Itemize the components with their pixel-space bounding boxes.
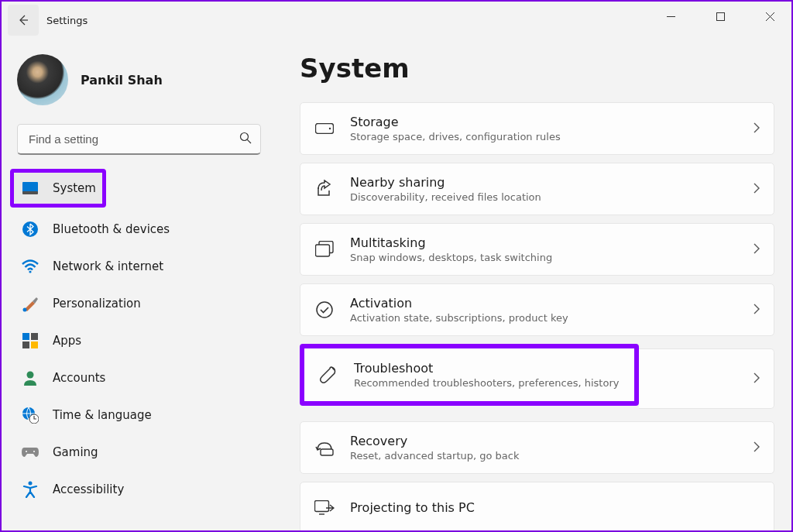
svg-point-7 — [29, 270, 31, 273]
card-activation[interactable]: Activation Activation state, subscriptio… — [300, 283, 774, 336]
sidebar-item-apps[interactable]: Apps — [14, 325, 264, 356]
minimize-button[interactable] — [654, 5, 688, 28]
sidebar-item-network[interactable]: Network & internet — [14, 251, 264, 282]
card-title: Storage — [350, 115, 738, 129]
svg-rect-25 — [315, 501, 329, 512]
person-icon — [22, 369, 39, 386]
minimize-icon — [667, 12, 675, 21]
sidebar-item-accounts[interactable]: Accounts — [14, 362, 264, 393]
sidebar-item-bluetooth[interactable]: Bluetooth & devices — [14, 214, 264, 245]
search-field-wrap — [17, 124, 261, 155]
card-text: Multitasking Snap windows, desktops, tas… — [350, 235, 738, 263]
card-nearby-sharing[interactable]: Nearby sharing Discoverability, received… — [300, 163, 774, 215]
close-button[interactable] — [753, 5, 787, 28]
svg-rect-5 — [22, 191, 38, 194]
card-projecting[interactable]: Projecting to this PC — [300, 482, 774, 530]
sidebar-item-label: Accessibility — [53, 482, 124, 496]
globe-clock-icon — [22, 407, 39, 424]
chevron-right-icon — [754, 372, 760, 386]
avatar — [17, 54, 68, 105]
main-panel: System Storage Storage space, drives, co… — [276, 39, 791, 530]
svg-point-17 — [33, 451, 35, 452]
card-troubleshoot[interactable]: Troubleshoot Recommended troubleshooters… — [304, 348, 634, 401]
sidebar-item-label: Time & language — [53, 408, 152, 422]
card-text: Nearby sharing Discoverability, received… — [350, 175, 738, 203]
card-title: Nearby sharing — [350, 175, 738, 190]
card-title: Projecting to this PC — [350, 500, 760, 515]
card-title: Multitasking — [350, 235, 738, 250]
card-recovery[interactable]: Recovery Reset, advanced startup, go bac… — [300, 421, 774, 474]
card-troubleshoot-tail[interactable] — [639, 348, 774, 409]
card-text: Storage Storage space, drives, configura… — [350, 115, 738, 142]
project-icon — [314, 498, 335, 518]
wifi-icon — [22, 258, 39, 275]
system-icon — [22, 180, 39, 197]
svg-point-8 — [23, 308, 27, 312]
app-title: Settings — [46, 15, 88, 26]
accessibility-icon — [22, 481, 39, 498]
sidebar-nav: System Bluetooth & devices Network & int… — [14, 169, 264, 505]
highlight-troubleshoot: Troubleshoot Recommended troubleshooters… — [300, 344, 639, 406]
svg-point-23 — [317, 302, 332, 317]
storage-icon — [314, 118, 335, 139]
card-desc: Recommended troubleshooters, preferences… — [354, 377, 620, 389]
sidebar-item-label: Accounts — [53, 371, 105, 385]
card-storage[interactable]: Storage Storage space, drives, configura… — [300, 102, 774, 155]
card-desc: Reset, advanced startup, go back — [350, 450, 738, 462]
svg-rect-10 — [31, 333, 38, 340]
sidebar-item-label: Gaming — [53, 445, 98, 459]
chevron-right-icon — [754, 441, 760, 455]
chevron-right-icon — [754, 303, 760, 317]
svg-point-2 — [241, 133, 249, 141]
paintbrush-icon — [22, 295, 39, 312]
chevron-right-icon — [754, 242, 760, 257]
sidebar-item-system[interactable]: System — [14, 173, 102, 204]
svg-rect-11 — [22, 342, 29, 348]
chevron-right-icon — [754, 122, 760, 136]
search-icon — [239, 132, 252, 147]
arrow-left-icon — [17, 14, 29, 26]
card-text: Troubleshoot Recommended troubleshooters… — [354, 361, 620, 389]
check-circle-icon — [314, 300, 335, 320]
close-icon — [766, 12, 774, 21]
sidebar: Pankil Shah System Bluetoot — [2, 39, 276, 530]
chevron-right-icon — [754, 182, 760, 197]
troubleshoot-row: Troubleshoot Recommended troubleshooters… — [300, 344, 774, 414]
sidebar-item-time-language[interactable]: Time & language — [14, 400, 264, 431]
bluetooth-icon — [22, 221, 39, 238]
svg-rect-1 — [716, 12, 724, 20]
svg-point-16 — [26, 451, 27, 452]
card-title: Recovery — [350, 434, 738, 448]
card-title: Activation — [350, 296, 738, 311]
sidebar-item-gaming[interactable]: Gaming — [14, 437, 264, 468]
card-desc: Storage space, drives, configuration rul… — [350, 131, 738, 142]
card-desc: Snap windows, desktops, task switching — [350, 252, 738, 263]
svg-line-3 — [247, 139, 251, 143]
svg-rect-24 — [321, 449, 333, 455]
svg-point-13 — [27, 372, 34, 379]
maximize-button[interactable] — [703, 5, 737, 28]
search-input[interactable] — [17, 124, 261, 155]
card-text: Activation Activation state, subscriptio… — [350, 296, 738, 324]
sidebar-item-label: Bluetooth & devices — [53, 222, 170, 236]
back-button[interactable] — [8, 5, 39, 36]
gamepad-icon — [22, 444, 39, 461]
svg-rect-4 — [22, 182, 38, 193]
sidebar-item-label: Personalization — [53, 297, 141, 311]
maximize-icon — [716, 12, 725, 21]
profile-section[interactable]: Pankil Shah — [14, 48, 264, 121]
card-multitasking[interactable]: Multitasking Snap windows, desktops, tas… — [300, 223, 774, 276]
svg-rect-12 — [31, 342, 38, 348]
sidebar-item-label: Apps — [53, 334, 81, 348]
card-desc: Activation state, subscriptions, product… — [350, 312, 738, 324]
card-text: Recovery Reset, advanced startup, go bac… — [350, 434, 738, 462]
svg-point-18 — [29, 482, 33, 486]
svg-point-20 — [329, 128, 331, 129]
svg-rect-9 — [22, 333, 29, 340]
sidebar-item-personalization[interactable]: Personalization — [14, 288, 264, 319]
apps-icon — [22, 332, 39, 349]
page-title: System — [300, 53, 774, 84]
share-icon — [314, 179, 335, 199]
sidebar-item-accessibility[interactable]: Accessibility — [14, 474, 264, 505]
sidebar-item-label: Network & internet — [53, 259, 163, 273]
